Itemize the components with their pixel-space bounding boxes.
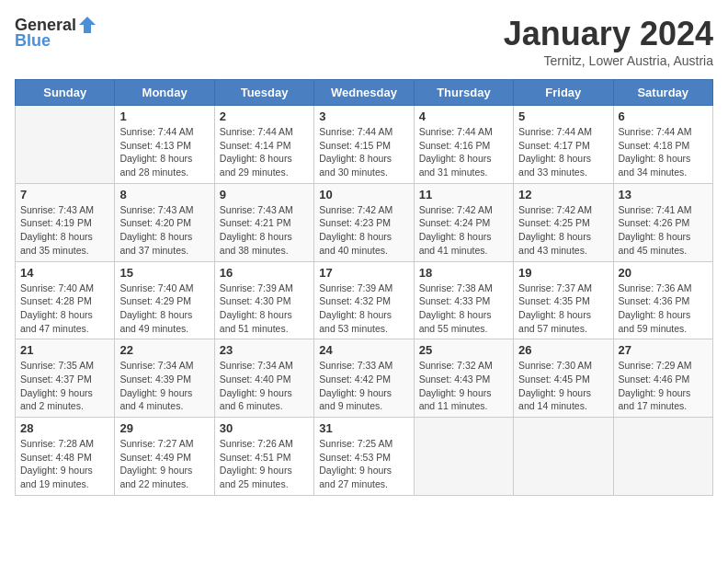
day-number: 10: [319, 188, 408, 201]
col-monday: Monday: [115, 80, 214, 106]
table-row: 26 Sunrise: 7:30 AM Sunset: 4:45 PM Dayl…: [514, 339, 613, 418]
day-info: Sunrise: 7:27 AM Sunset: 4:49 PM Dayligh…: [119, 437, 209, 491]
col-wednesday: Wednesday: [314, 80, 414, 106]
day-info: Sunrise: 7:39 AM Sunset: 4:30 PM Dayligh…: [220, 282, 309, 336]
day-info: Sunrise: 7:28 AM Sunset: 4:48 PM Dayligh…: [20, 437, 109, 491]
table-row: 15 Sunrise: 7:40 AM Sunset: 4:29 PM Dayl…: [115, 261, 214, 339]
day-info: Sunrise: 7:42 AM Sunset: 4:23 PM Dayligh…: [319, 203, 408, 258]
daylight-text: Daylight: 9 hours and 6 minutes.: [220, 387, 292, 412]
sunset-text: Sunset: 4:32 PM: [319, 295, 391, 306]
calendar-table: Sunday Monday Tuesday Wednesday Thursday…: [15, 79, 713, 496]
day-number: 1: [119, 109, 209, 123]
sunrise-text: Sunrise: 7:40 AM: [119, 282, 193, 293]
day-number: 22: [119, 343, 209, 357]
day-info: Sunrise: 7:40 AM Sunset: 4:28 PM Dayligh…: [20, 282, 109, 336]
sunset-text: Sunset: 4:49 PM: [119, 452, 191, 463]
calendar-week-row: 1 Sunrise: 7:44 AM Sunset: 4:13 PM Dayli…: [16, 106, 713, 184]
daylight-text: Daylight: 8 hours and 35 minutes.: [20, 231, 93, 256]
sunrise-text: Sunrise: 7:42 AM: [319, 204, 392, 215]
day-info: Sunrise: 7:44 AM Sunset: 4:17 PM Dayligh…: [518, 125, 608, 179]
table-row: 19 Sunrise: 7:37 AM Sunset: 4:35 PM Dayl…: [514, 261, 613, 339]
day-number: 27: [619, 343, 708, 357]
daylight-text: Daylight: 9 hours and 22 minutes.: [119, 465, 192, 489]
table-row: 11 Sunrise: 7:42 AM Sunset: 4:24 PM Dayl…: [414, 183, 513, 261]
day-info: Sunrise: 7:42 AM Sunset: 4:24 PM Dayligh…: [419, 203, 508, 258]
svg-marker-0: [79, 17, 96, 33]
day-info: Sunrise: 7:36 AM Sunset: 4:36 PM Dayligh…: [619, 282, 708, 336]
day-info: Sunrise: 7:44 AM Sunset: 4:16 PM Dayligh…: [419, 125, 508, 179]
daylight-text: Daylight: 9 hours and 11 minutes.: [419, 387, 492, 412]
daylight-text: Daylight: 8 hours and 45 minutes.: [619, 231, 691, 256]
day-number: 9: [220, 188, 309, 201]
table-row: 10 Sunrise: 7:42 AM Sunset: 4:23 PM Dayl…: [314, 183, 414, 261]
sunset-text: Sunset: 4:35 PM: [518, 295, 590, 306]
sunrise-text: Sunrise: 7:33 AM: [319, 360, 392, 371]
table-row: 31 Sunrise: 7:25 AM Sunset: 4:53 PM Dayl…: [314, 418, 414, 496]
day-number: 11: [419, 188, 508, 201]
sunset-text: Sunset: 4:25 PM: [518, 217, 590, 228]
day-info: Sunrise: 7:25 AM Sunset: 4:53 PM Dayligh…: [319, 437, 408, 491]
sunset-text: Sunset: 4:46 PM: [619, 373, 690, 385]
table-row: 5 Sunrise: 7:44 AM Sunset: 4:17 PM Dayli…: [514, 106, 613, 184]
sunset-text: Sunset: 4:24 PM: [419, 217, 491, 228]
calendar-week-row: 7 Sunrise: 7:43 AM Sunset: 4:19 PM Dayli…: [16, 183, 713, 261]
sunset-text: Sunset: 4:23 PM: [319, 217, 391, 228]
sunset-text: Sunset: 4:30 PM: [220, 295, 291, 306]
sunset-text: Sunset: 4:17 PM: [518, 140, 590, 151]
page-header: General Blue January 2024 Ternitz, Lower…: [15, 15, 713, 68]
sunset-text: Sunset: 4:15 PM: [319, 140, 391, 151]
sunset-text: Sunset: 4:40 PM: [220, 373, 291, 385]
daylight-text: Daylight: 9 hours and 4 minutes.: [119, 387, 192, 412]
day-info: Sunrise: 7:33 AM Sunset: 4:42 PM Dayligh…: [319, 359, 408, 413]
day-number: 19: [518, 266, 608, 280]
daylight-text: Daylight: 8 hours and 47 minutes.: [20, 309, 93, 334]
table-row: 22 Sunrise: 7:34 AM Sunset: 4:39 PM Dayl…: [115, 339, 214, 418]
sunrise-text: Sunrise: 7:43 AM: [20, 204, 94, 215]
table-row: [613, 418, 712, 496]
table-row: 25 Sunrise: 7:32 AM Sunset: 4:43 PM Dayl…: [414, 339, 513, 418]
day-info: Sunrise: 7:30 AM Sunset: 4:45 PM Dayligh…: [518, 359, 608, 413]
day-info: Sunrise: 7:38 AM Sunset: 4:33 PM Dayligh…: [419, 282, 508, 336]
daylight-text: Daylight: 8 hours and 31 minutes.: [419, 153, 492, 178]
table-row: [514, 418, 613, 496]
day-info: Sunrise: 7:44 AM Sunset: 4:15 PM Dayligh…: [319, 125, 408, 179]
sunset-text: Sunset: 4:14 PM: [220, 140, 291, 151]
day-info: Sunrise: 7:39 AM Sunset: 4:32 PM Dayligh…: [319, 282, 408, 336]
sunrise-text: Sunrise: 7:35 AM: [20, 360, 94, 371]
day-number: 29: [119, 421, 209, 435]
table-row: 27 Sunrise: 7:29 AM Sunset: 4:46 PM Dayl…: [613, 339, 712, 418]
day-number: 30: [220, 421, 309, 435]
sunrise-text: Sunrise: 7:43 AM: [220, 204, 293, 215]
sunrise-text: Sunrise: 7:29 AM: [619, 360, 692, 371]
table-row: 12 Sunrise: 7:42 AM Sunset: 4:25 PM Dayl…: [514, 183, 613, 261]
table-row: 23 Sunrise: 7:34 AM Sunset: 4:40 PM Dayl…: [214, 339, 313, 418]
sunrise-text: Sunrise: 7:28 AM: [20, 438, 94, 449]
sunset-text: Sunset: 4:37 PM: [20, 373, 92, 385]
daylight-text: Daylight: 9 hours and 27 minutes.: [319, 465, 392, 489]
sunrise-text: Sunrise: 7:39 AM: [319, 282, 392, 293]
calendar-week-row: 14 Sunrise: 7:40 AM Sunset: 4:28 PM Dayl…: [16, 261, 713, 339]
day-number: 5: [518, 109, 608, 123]
sunset-text: Sunset: 4:39 PM: [119, 373, 191, 385]
day-number: 6: [619, 109, 708, 123]
day-info: Sunrise: 7:44 AM Sunset: 4:18 PM Dayligh…: [619, 125, 708, 179]
daylight-text: Daylight: 9 hours and 19 minutes.: [20, 465, 93, 489]
sunset-text: Sunset: 4:21 PM: [220, 217, 291, 228]
day-info: Sunrise: 7:43 AM Sunset: 4:20 PM Dayligh…: [119, 203, 209, 258]
sunset-text: Sunset: 4:45 PM: [518, 373, 590, 385]
day-number: 16: [220, 266, 309, 280]
day-number: 13: [619, 188, 708, 201]
table-row: 18 Sunrise: 7:38 AM Sunset: 4:33 PM Dayl…: [414, 261, 513, 339]
sunrise-text: Sunrise: 7:39 AM: [220, 282, 293, 293]
sunrise-text: Sunrise: 7:44 AM: [419, 126, 493, 137]
day-number: 28: [20, 421, 109, 435]
sunset-text: Sunset: 4:42 PM: [319, 373, 391, 385]
title-area: January 2024 Ternitz, Lower Austria, Aus…: [504, 15, 713, 68]
day-info: Sunrise: 7:44 AM Sunset: 4:14 PM Dayligh…: [220, 125, 309, 179]
day-number: 8: [119, 188, 209, 201]
day-info: Sunrise: 7:26 AM Sunset: 4:51 PM Dayligh…: [220, 437, 309, 491]
sunrise-text: Sunrise: 7:44 AM: [119, 126, 193, 137]
day-info: Sunrise: 7:42 AM Sunset: 4:25 PM Dayligh…: [518, 203, 608, 258]
sunrise-text: Sunrise: 7:44 AM: [518, 126, 592, 137]
day-number: 23: [220, 343, 309, 357]
